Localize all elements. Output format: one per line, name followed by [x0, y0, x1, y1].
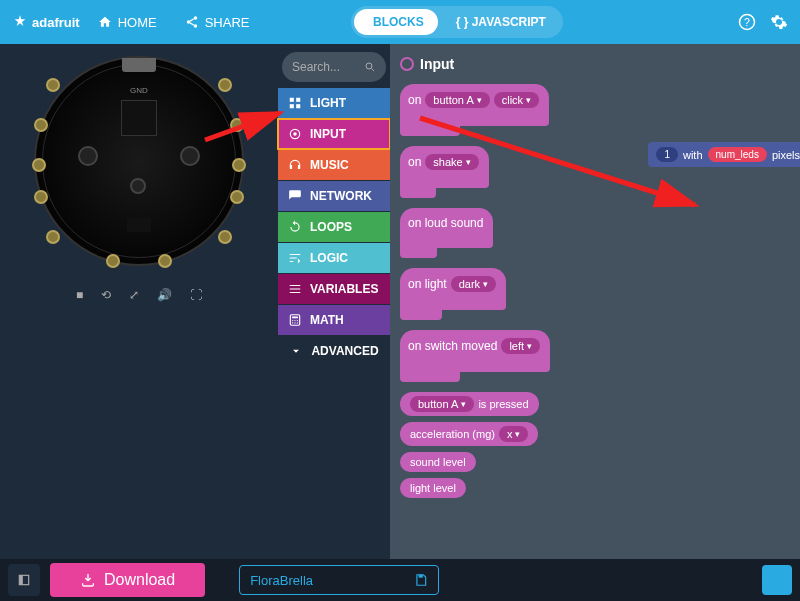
svg-point-17 — [292, 320, 293, 321]
category-loops[interactable]: LOOPS — [278, 212, 390, 242]
svg-rect-9 — [290, 98, 294, 102]
svg-point-0 — [193, 16, 197, 20]
gesture-dropdown[interactable]: shake — [425, 154, 478, 170]
switch-dir-dropdown[interactable]: left — [501, 338, 540, 354]
simulator-controls: ■ ⟲ ⤢ 🔊 ⛶ — [76, 288, 202, 302]
sidebar-toggle[interactable] — [8, 564, 40, 596]
category-music[interactable]: MUSIC — [278, 150, 390, 180]
brand-text: adafruit — [32, 15, 80, 30]
svg-point-8 — [366, 63, 372, 69]
block-on-loud-sound[interactable]: on loud sound — [400, 208, 493, 248]
block-sound-level[interactable]: sound level — [400, 452, 476, 472]
restart-icon[interactable]: ⟲ — [101, 288, 111, 302]
debug-icon[interactable]: ⤢ — [129, 288, 139, 302]
brand-logo: adafruit — [12, 14, 80, 30]
svg-point-1 — [186, 20, 190, 24]
block-light-level[interactable]: light level — [400, 478, 466, 498]
tab-blocks[interactable]: BLOCKS — [354, 9, 438, 35]
audio-icon[interactable]: 🔊 — [157, 288, 172, 302]
blocks-flyout[interactable]: Input on button A click on shake on loud… — [390, 44, 635, 559]
svg-point-14 — [293, 132, 297, 136]
category-advanced[interactable]: ADVANCED — [278, 336, 390, 366]
svg-point-2 — [193, 24, 197, 28]
block-on-shake[interactable]: on shake — [400, 146, 489, 188]
main: GND ■ ⟲ ⤢ 🔊 ⛶ Search... LIGHT INPUT MUSI… — [0, 44, 800, 559]
block-on-light[interactable]: on light dark — [400, 268, 506, 310]
event-dropdown[interactable]: click — [494, 92, 539, 108]
fullscreen-icon[interactable]: ⛶ — [190, 288, 202, 302]
workspace-strip-block[interactable]: 1 with num_leds pixels — [648, 142, 800, 167]
svg-rect-16 — [292, 317, 298, 319]
gear-icon[interactable] — [770, 13, 788, 31]
corner-button[interactable] — [762, 565, 792, 595]
block-acceleration[interactable]: acceleration (mg) x — [400, 422, 538, 446]
svg-rect-25 — [419, 575, 423, 578]
stop-icon[interactable]: ■ — [76, 288, 83, 302]
category-logic[interactable]: LOGIC — [278, 243, 390, 273]
save-icon[interactable] — [414, 573, 428, 587]
circuit-playground-board[interactable]: GND — [34, 56, 244, 266]
workspace[interactable]: 1 with num_leds pixels — [635, 44, 800, 559]
editor-tabs: BLOCKS { } JAVASCRIPT — [351, 6, 563, 38]
share-button[interactable]: SHARE — [175, 9, 260, 36]
svg-point-22 — [297, 322, 298, 323]
topbar: adafruit HOME SHARE BLOCKS { } JAVASCRIP… — [0, 0, 800, 44]
light-cond-dropdown[interactable]: dark — [451, 276, 496, 292]
tab-javascript[interactable]: { } JAVASCRIPT — [442, 9, 560, 35]
bottombar: Download FloraBrella — [0, 559, 800, 601]
category-network[interactable]: NETWORK — [278, 181, 390, 211]
svg-point-19 — [297, 320, 298, 321]
search-icon — [364, 61, 376, 73]
svg-point-18 — [294, 320, 295, 321]
category-light[interactable]: LIGHT — [278, 88, 390, 118]
category-toolbox: Search... LIGHT INPUT MUSIC NETWORK LOOP… — [278, 44, 390, 559]
svg-text:?: ? — [744, 16, 750, 28]
home-button[interactable]: HOME — [88, 9, 167, 36]
category-math[interactable]: MATH — [278, 305, 390, 335]
svg-rect-24 — [19, 575, 23, 584]
category-variables[interactable]: VARIABLES — [278, 274, 390, 304]
flyout-title: Input — [400, 56, 625, 72]
project-name-input[interactable]: FloraBrella — [239, 565, 439, 595]
help-icon[interactable]: ? — [738, 13, 756, 31]
svg-rect-12 — [296, 104, 300, 108]
simulator-panel: GND ■ ⟲ ⤢ 🔊 ⛶ — [0, 44, 278, 559]
block-on-button[interactable]: on button A click — [400, 84, 549, 126]
category-input[interactable]: INPUT — [278, 119, 390, 149]
svg-rect-11 — [290, 104, 294, 108]
svg-rect-10 — [296, 98, 300, 102]
svg-point-20 — [292, 322, 293, 323]
download-button[interactable]: Download — [50, 563, 205, 597]
search-input[interactable]: Search... — [282, 52, 386, 82]
block-on-switch[interactable]: on switch moved left — [400, 330, 550, 372]
block-is-pressed[interactable]: button A is pressed — [400, 392, 539, 416]
button-dropdown[interactable]: button A — [425, 92, 489, 108]
svg-point-21 — [294, 322, 295, 323]
